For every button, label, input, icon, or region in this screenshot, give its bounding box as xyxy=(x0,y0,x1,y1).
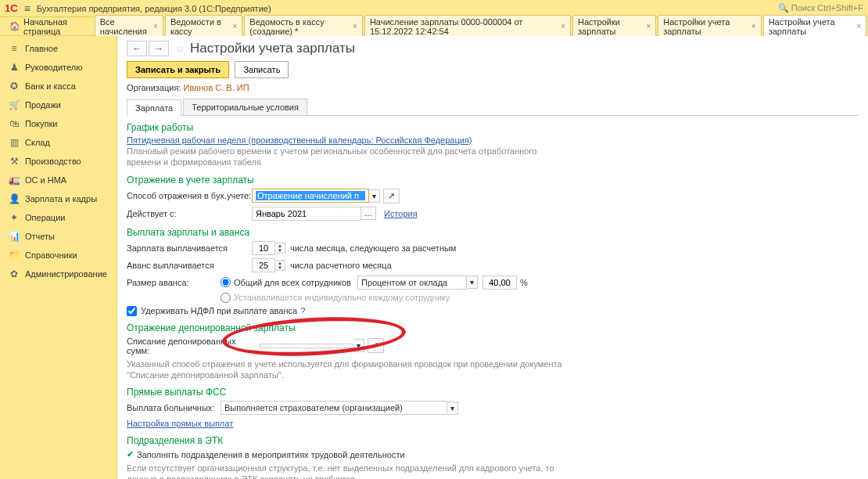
chart-icon: 📊 xyxy=(8,231,20,242)
sidebar-item-bank[interactable]: ✪Банк и касса xyxy=(0,77,117,95)
org-label: Организация: xyxy=(127,83,181,92)
advance-suffix: числа расчетного месяца xyxy=(290,261,392,270)
close-icon[interactable]: × xyxy=(561,22,565,31)
etk-note: Если отсутствует организационная структу… xyxy=(127,463,565,479)
fss-select[interactable]: Выполняется страхователем (организацией) xyxy=(221,401,447,415)
hamburger-icon[interactable]: ≡ xyxy=(24,2,30,15)
cart-icon: 🛒 xyxy=(8,99,20,110)
check-icon[interactable]: ✔ xyxy=(127,449,134,459)
sidebar-item-purchases[interactable]: 🛍Покупки xyxy=(0,114,117,133)
sidebar-item-admin[interactable]: ✿Администрирование xyxy=(0,265,117,283)
schedule-link[interactable]: Пятидневная рабочая неделя (производстве… xyxy=(127,135,472,145)
salary-day-input[interactable] xyxy=(252,241,275,255)
star-icon: ✦ xyxy=(8,212,20,223)
doc-tab[interactable]: Настройки зарплаты× xyxy=(572,15,656,38)
pct-val-input[interactable] xyxy=(482,276,517,290)
org-value: Иванов С. В. ИП xyxy=(183,83,249,92)
page-title: Настройки учета зарплаты xyxy=(190,41,355,56)
sidebar-item-warehouse[interactable]: ▥Склад xyxy=(0,133,117,152)
effective-from-input[interactable] xyxy=(252,207,361,221)
section-depo: Отражение депонированной зарплаты xyxy=(127,322,859,333)
sidebar-item-sales[interactable]: 🛒Продажи xyxy=(0,95,117,114)
ndfl-checkbox[interactable] xyxy=(127,306,137,316)
sidebar-item-catalogs[interactable]: 📁Справочники xyxy=(0,246,117,265)
section-reflection: Отражение в учете зарплаты xyxy=(127,175,859,185)
sidebar-item-assets[interactable]: 🚛ОС и НМА xyxy=(0,171,117,189)
star-icon[interactable]: ☆ xyxy=(175,42,185,55)
sidebar-item-manager[interactable]: ♟Руководителю xyxy=(0,58,117,77)
fss-label: Выплата больничных: xyxy=(127,403,221,412)
chevron-down-icon[interactable]: ▾ xyxy=(353,339,364,352)
advance-day-input[interactable] xyxy=(252,258,275,272)
tab-territorial[interactable]: Территориальные условия xyxy=(183,99,307,115)
sidebar: ≡Главное ♟Руководителю ✪Банк и касса 🛒Пр… xyxy=(0,36,117,479)
pct-symbol: % xyxy=(520,278,528,287)
tab-salary[interactable]: Зарплата xyxy=(127,99,181,116)
doc-tab[interactable]: Все начисления× xyxy=(95,15,163,38)
sidebar-item-production[interactable]: ⚒Производство xyxy=(0,152,117,171)
salary-paid-label: Зарплата выплачивается xyxy=(127,243,252,253)
search-input[interactable]: 🔍 Поиск Ctrl+Shift+F xyxy=(778,3,863,13)
sidebar-item-operations[interactable]: ✦Операции xyxy=(0,208,117,227)
spinner[interactable]: ▲▼ xyxy=(275,260,285,271)
close-icon[interactable]: × xyxy=(232,22,237,31)
etk-check-label: Заполнять подразделения в мероприятиях т… xyxy=(137,450,405,459)
tab-home[interactable]: 🏠 Начальная страница xyxy=(3,17,95,36)
close-icon[interactable]: × xyxy=(751,22,756,31)
open-dialog-button[interactable]: ↗ xyxy=(383,189,400,203)
spinner[interactable]: ▲▼ xyxy=(275,243,285,254)
app-logo: 1C xyxy=(5,2,18,14)
help-icon[interactable]: ? xyxy=(300,306,305,315)
doc-tab[interactable]: Настройки учета зарплаты× xyxy=(658,15,761,38)
gear-icon: ✿ xyxy=(8,268,20,279)
chevron-down-icon[interactable]: ▾ xyxy=(467,276,478,289)
radio-common[interactable] xyxy=(221,277,231,287)
bag-icon: 🛍 xyxy=(8,118,20,129)
save-close-button[interactable]: Записать и закрыть xyxy=(127,61,229,78)
tab-home-label: Начальная страница xyxy=(23,17,88,36)
sidebar-item-salary[interactable]: 👤Зарплата и кадры xyxy=(0,189,117,208)
home-icon: 🏠 xyxy=(9,21,20,31)
advance-paid-label: Аванс выплачивается xyxy=(127,261,252,270)
sidebar-item-reports[interactable]: 📊Отчеты xyxy=(0,227,117,246)
doc-tab[interactable]: Ведомость в кассу (создание) *× xyxy=(244,15,363,38)
schedule-note: Плановый режим рабочего времени с учетом… xyxy=(127,146,565,168)
forward-button[interactable]: → xyxy=(149,41,169,56)
close-icon[interactable]: × xyxy=(856,22,861,31)
doc-tab[interactable]: Начисление зарплаты 0000-000004 от 15.12… xyxy=(364,15,571,38)
history-link[interactable]: История xyxy=(384,209,418,218)
reflection-label: Способ отражения в бух.учете: xyxy=(127,191,252,200)
back-button[interactable]: ← xyxy=(127,41,147,56)
truck-icon: 🚛 xyxy=(8,175,20,185)
close-icon[interactable]: × xyxy=(153,22,158,31)
hammer-icon: ⚒ xyxy=(8,156,20,167)
section-schedule: График работы xyxy=(127,122,859,133)
close-icon[interactable]: × xyxy=(646,22,651,31)
ellipsis-icon[interactable]: … xyxy=(361,207,376,220)
doc-tab-active[interactable]: Настройки учета зарплаты× xyxy=(763,15,866,38)
chevron-down-icon[interactable]: ▾ xyxy=(447,402,458,415)
salary-suffix: числа месяца, следующего за расчетным xyxy=(290,243,456,253)
pct-type-select[interactable]: Процентом от оклада xyxy=(357,276,467,290)
bank-icon: ✪ xyxy=(8,81,20,92)
close-icon[interactable]: × xyxy=(353,22,357,31)
menu-icon: ≡ xyxy=(8,43,20,54)
section-fss: Прямые выплаты ФСС xyxy=(127,387,859,398)
depo-label: Списание депонированных сумм: xyxy=(127,337,260,355)
radio-individual[interactable] xyxy=(221,293,231,303)
save-button[interactable]: Записать xyxy=(235,61,289,78)
advance-size-label: Размер аванса: xyxy=(127,278,221,287)
depo-select[interactable] xyxy=(260,344,353,348)
doc-tab[interactable]: Ведомости в кассу× xyxy=(165,15,242,38)
radio-common-label: Общий для всех сотрудников xyxy=(234,278,351,287)
section-etk: Подразделения в ЭТК xyxy=(127,435,859,446)
box-icon: ▥ xyxy=(8,137,20,148)
radio-individual-label: Устанавливается индивидуально каждому со… xyxy=(234,293,450,302)
sidebar-item-main[interactable]: ≡Главное xyxy=(0,39,117,58)
open-dialog-button[interactable]: ↗ xyxy=(368,338,384,353)
effective-from-label: Действует с: xyxy=(127,209,252,218)
fss-link[interactable]: Настройка прямых выплат xyxy=(127,419,233,428)
folder-icon: 📁 xyxy=(8,250,20,261)
chevron-down-icon[interactable]: ▾ xyxy=(369,189,380,203)
reflection-select[interactable]: Отражение начислений п xyxy=(252,189,369,203)
